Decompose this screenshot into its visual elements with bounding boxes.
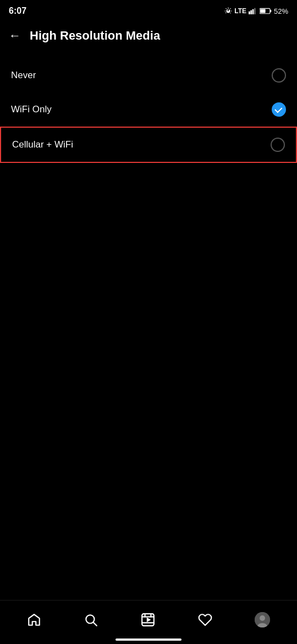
lte-indicator: LTE: [234, 7, 246, 15]
svg-rect-5: [270, 10, 271, 13]
option-wifi-only-label: WiFi Only: [11, 104, 52, 115]
svg-rect-6: [260, 9, 265, 13]
svg-point-16: [260, 615, 265, 621]
signal-icon: [249, 7, 257, 15]
page-header: ← High Resolution Media: [0, 20, 297, 54]
battery-icon: [260, 8, 272, 14]
bottom-navigation: [0, 600, 297, 644]
battery-percent: 52%: [274, 7, 288, 15]
nav-profile[interactable]: [246, 608, 279, 632]
reels-icon: [141, 613, 155, 627]
profile-avatar: [255, 612, 270, 627]
svg-rect-2: [252, 9, 254, 14]
svg-line-8: [94, 622, 97, 625]
radio-wifi-only[interactable]: [272, 102, 286, 117]
nav-reels[interactable]: [132, 608, 164, 631]
status-time: 6:07: [9, 6, 26, 16]
nav-heart[interactable]: [189, 608, 221, 631]
svg-marker-10: [147, 617, 151, 622]
page-title: High Resolution Media: [30, 29, 160, 43]
heart-icon: [198, 613, 212, 627]
svg-rect-1: [250, 10, 252, 14]
option-cellular-wifi-label: Cellular + WiFi: [12, 139, 73, 150]
alarm-icon: [224, 7, 232, 15]
home-icon: [27, 613, 41, 627]
option-never-label: Never: [11, 70, 36, 81]
search-icon: [84, 613, 98, 627]
option-cellular-wifi[interactable]: Cellular + WiFi: [0, 127, 297, 163]
radio-never[interactable]: [272, 68, 286, 83]
status-bar: 6:07 LTE 52%: [0, 0, 297, 20]
nav-search[interactable]: [75, 608, 107, 631]
svg-rect-0: [249, 12, 250, 14]
status-icons: LTE 52%: [224, 7, 288, 15]
bottom-indicator: [116, 638, 182, 641]
profile-icon: [255, 612, 270, 627]
back-button[interactable]: ←: [9, 30, 21, 42]
option-wifi-only[interactable]: WiFi Only: [0, 92, 297, 127]
svg-rect-3: [254, 8, 256, 14]
nav-home[interactable]: [18, 608, 50, 631]
options-list: Never WiFi Only Cellular + WiFi: [0, 54, 297, 167]
option-never[interactable]: Never: [0, 58, 297, 92]
radio-cellular-wifi[interactable]: [271, 138, 285, 152]
